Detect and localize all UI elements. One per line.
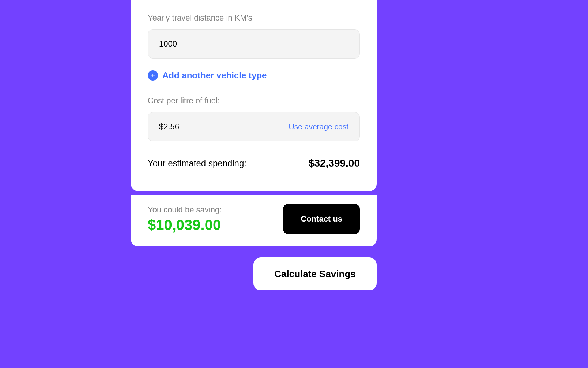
fuel-cost-section: Cost per litre of fuel: $2.56 Use averag… <box>148 96 360 141</box>
saving-info: You could be saving: $10,039.00 <box>148 205 222 233</box>
use-average-link[interactable]: Use average cost <box>289 122 348 131</box>
distance-value: 1000 <box>159 39 348 49</box>
fuel-cost-label: Cost per litre of fuel: <box>148 96 360 105</box>
add-vehicle-label: Add another vehicle type <box>162 70 267 81</box>
spending-value: $32,399.00 <box>309 157 360 169</box>
distance-input[interactable]: 1000 <box>148 29 360 59</box>
spending-label: Your estimated spending: <box>148 158 246 168</box>
saving-label: You could be saving: <box>148 205 222 215</box>
add-vehicle-link[interactable]: + Add another vehicle type <box>148 70 360 81</box>
spending-row: Your estimated spending: $32,399.00 <box>148 157 360 191</box>
savings-footer: You could be saving: $10,039.00 Contact … <box>131 195 377 246</box>
saving-value: $10,039.00 <box>148 217 222 233</box>
distance-section: Yearly travel distance in KM's 1000 <box>148 0 360 59</box>
calculate-savings-button[interactable]: Calculate Savings <box>253 257 377 290</box>
contact-button[interactable]: Contact us <box>283 204 360 234</box>
fuel-cost-value: $2.56 <box>159 122 289 131</box>
plus-icon: + <box>148 70 158 81</box>
calculator-card: Yearly travel distance in KM's 1000 + Ad… <box>131 0 377 191</box>
distance-label: Yearly travel distance in KM's <box>148 13 360 23</box>
fuel-cost-input[interactable]: $2.56 Use average cost <box>148 112 360 141</box>
